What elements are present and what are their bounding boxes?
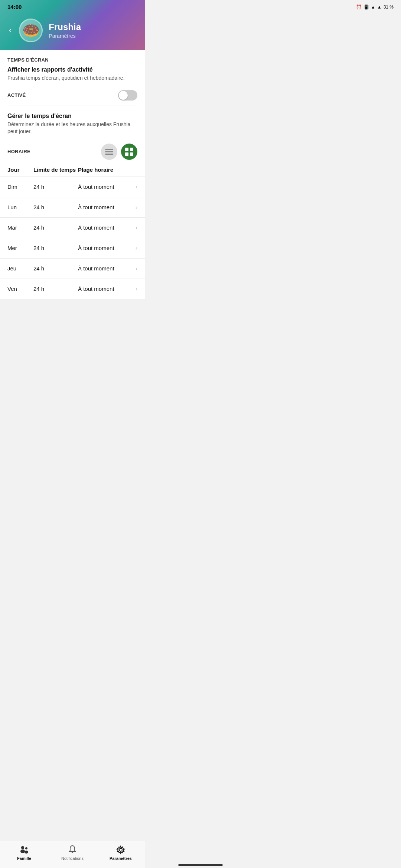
status-bar: 14:00 ⏰ 📳 ▲ ▲ 31 % xyxy=(0,0,145,12)
main-content: TEMPS D'ÉCRAN Afficher les rapports d'ac… xyxy=(0,50,145,299)
row-day-0: Dim xyxy=(7,184,33,190)
avatar-emoji: 🍩 xyxy=(22,23,40,37)
grid-icon xyxy=(125,148,133,156)
col-header-limit: Limite de temps xyxy=(33,167,78,173)
avatar: 🍩 xyxy=(19,19,43,42)
svg-rect-0 xyxy=(105,149,113,150)
svg-rect-6 xyxy=(130,152,133,156)
table-header: Jour Limite de temps Plage horaire xyxy=(0,163,145,177)
table-row[interactable]: Dim 24 h À tout moment › xyxy=(0,177,145,197)
manage-desc: Déterminez la durée et les heures auxque… xyxy=(7,121,137,135)
list-icon xyxy=(105,149,113,155)
row-day-5: Ven xyxy=(7,286,33,292)
header-text: Frushia Paramètres xyxy=(49,22,81,39)
col-header-day: Jour xyxy=(7,167,33,173)
activity-title: Afficher les rapports d'activité xyxy=(7,66,137,73)
table-row[interactable]: Lun 24 h À tout moment › xyxy=(0,197,145,218)
svg-rect-3 xyxy=(125,148,128,151)
svg-rect-2 xyxy=(105,154,113,155)
table-row[interactable]: Mar 24 h À tout moment › xyxy=(0,218,145,238)
row-limit-0: 24 h xyxy=(33,184,78,190)
svg-rect-5 xyxy=(125,152,128,156)
activated-toggle[interactable] xyxy=(118,90,137,101)
toggle-label: ACTIVÉ xyxy=(7,92,26,98)
row-plage-5: À tout moment xyxy=(78,286,136,292)
row-limit-1: 24 h xyxy=(33,204,78,210)
row-day-2: Mar xyxy=(7,224,33,231)
row-limit-2: 24 h xyxy=(33,224,78,231)
row-day-1: Lun xyxy=(7,204,33,210)
row-limit-5: 24 h xyxy=(33,286,78,292)
row-plage-2: À tout moment xyxy=(78,224,136,231)
row-limit-3: 24 h xyxy=(33,245,78,251)
col-header-plage: Plage horaire xyxy=(78,167,137,173)
chevron-icon-0: › xyxy=(136,184,137,190)
row-plage-4: À tout moment xyxy=(78,265,136,272)
subtitle: Paramètres xyxy=(49,33,81,39)
chevron-icon-2: › xyxy=(136,224,137,231)
row-day-3: Mer xyxy=(7,245,33,251)
table-row[interactable]: Jeu 24 h À tout moment › xyxy=(0,259,145,279)
row-day-4: Jeu xyxy=(7,265,33,272)
activity-desc: Frushia temps d'écran, quotidien et hebd… xyxy=(7,75,137,82)
row-plage-3: À tout moment xyxy=(78,245,136,251)
svg-rect-1 xyxy=(105,151,113,152)
status-time: 14:00 xyxy=(7,4,22,10)
horaire-label: HORAIRE xyxy=(7,149,30,154)
table-rows-container: Dim 24 h À tout moment › Lun 24 h À tout… xyxy=(0,177,145,299)
chevron-icon-4: › xyxy=(136,265,137,272)
horaire-row: HORAIRE xyxy=(0,139,145,163)
screen-time-section: TEMPS D'ÉCRAN Afficher les rapports d'ac… xyxy=(0,50,145,86)
manage-section: Gérer le temps d'écran Déterminez la dur… xyxy=(0,105,145,139)
horaire-buttons xyxy=(101,144,137,160)
horaire-btn-grid[interactable] xyxy=(121,144,137,160)
table-row[interactable]: Mer 24 h À tout moment › xyxy=(0,238,145,259)
row-limit-4: 24 h xyxy=(33,265,78,272)
manage-title: Gérer le temps d'écran xyxy=(7,113,137,119)
chevron-icon-3: › xyxy=(136,245,137,251)
chevron-icon-1: › xyxy=(136,204,137,211)
back-button[interactable]: ‹ xyxy=(7,24,13,37)
screen-time-label: TEMPS D'ÉCRAN xyxy=(7,57,137,63)
toggle-knob xyxy=(119,91,128,100)
svg-rect-4 xyxy=(130,148,133,151)
chevron-icon-5: › xyxy=(136,286,137,292)
toggle-row: ACTIVÉ xyxy=(0,86,145,105)
row-plage-1: À tout moment xyxy=(78,204,136,210)
username: Frushia xyxy=(49,22,81,32)
table-row[interactable]: Ven 24 h À tout moment › xyxy=(0,279,145,299)
row-plage-0: À tout moment xyxy=(78,184,136,190)
horaire-btn-list[interactable] xyxy=(101,144,117,160)
